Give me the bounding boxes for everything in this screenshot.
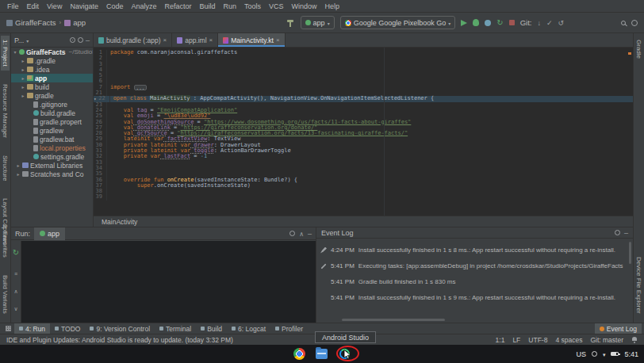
code-line[interactable]: 32 private var lastFact = -1 [94,154,633,159]
menu-item[interactable]: Tools [240,2,265,10]
tree-item[interactable]: ▾ GiraffeFacts ~/StudioProjects/Gira [11,48,93,56]
code-line[interactable]: 39 [94,194,633,200]
run-options-gear-icon[interactable] [289,231,295,236]
collapse-icon[interactable] [299,230,304,238]
tree-chevron-icon[interactable]: ▸ [16,162,21,168]
scroll-up-icon[interactable] [13,282,17,296]
hide-panel-icon[interactable] [308,230,312,238]
tree-item[interactable]: ▸ .gradle [11,56,93,65]
project-panel-title[interactable]: P... [14,36,24,44]
tool-window-button[interactable]: Resource Manager [1,80,10,142]
scroll-down-icon[interactable] [13,300,17,314]
menu-item[interactable]: Analyze [127,2,160,10]
tool-window-button[interactable]: Gradle [634,36,643,63]
tool-window-button[interactable]: Build [196,323,227,334]
tool-window-button[interactable]: Event Log [595,323,642,334]
status-message[interactable]: IDE and Plugin Updates: Android Studio i… [6,336,233,344]
tree-item[interactable]: gradle.propert [11,117,93,126]
event-log-row[interactable]: 5:41 PM Install successfully finished in… [320,294,625,301]
menu-item[interactable]: Code [102,2,128,10]
tree-item[interactable]: gradlew.bat [11,135,93,143]
run-button[interactable] [461,20,467,26]
status-widget[interactable]: 1:1 [496,336,505,344]
code-line[interactable]: 38 [94,189,633,194]
horizontal-scrollbar[interactable] [342,319,445,321]
tray-chevron-icon[interactable] [603,350,606,358]
files-app-icon[interactable] [316,349,328,359]
tool-window-button[interactable]: Build Variants [1,271,10,318]
breadcrumb-class[interactable]: MainActivity [102,218,137,226]
code-line[interactable]: 37 super.onCreate(savedInstanceState) [94,183,633,189]
tree-item[interactable]: .gitignore [11,100,93,109]
tool-window-button[interactable]: TODO [50,323,85,334]
search-icon[interactable] [621,21,626,25]
tree-item[interactable]: ▸ External Libraries [11,161,93,170]
locate-file-icon[interactable] [70,37,75,43]
breadcrumb-project[interactable]: GiraffeFacts [6,18,56,27]
code-editor[interactable]: 1 package com.naranjaconsal.giraffefacts… [94,48,633,216]
code-line[interactable]: 2 [94,55,633,61]
tree-item[interactable]: local.properties [11,143,93,152]
tree-chevron-icon[interactable]: ▸ [21,84,25,90]
tool-window-button[interactable]: Device File Explorer [634,253,643,318]
close-tab-icon[interactable] [276,36,280,44]
hide-panel-icon[interactable] [624,229,628,237]
editor-tab[interactable]: MainActivity.kt [218,33,285,47]
settings-gear-icon[interactable] [631,20,638,26]
menu-item[interactable]: Navigate [66,2,102,10]
event-log-row[interactable]: 4:24 PM Install successfully finished in… [320,246,625,254]
tool-window-button[interactable]: Terminal [155,323,196,334]
tree-chevron-icon[interactable]: ▸ [21,58,25,63]
menu-item[interactable]: View [43,2,66,10]
tool-window-button[interactable]: Structure [1,151,10,185]
tree-chevron-icon[interactable]: ▸ [21,67,25,72]
tree-item[interactable]: settings.gradle [11,152,93,161]
code-line[interactable]: 34 [94,166,633,171]
chevron-down-icon[interactable] [26,36,29,44]
run-tab-app[interactable]: app [34,227,65,240]
code-line[interactable]: 22 open class MainActivity : AppCompatAc… [94,96,633,101]
tool-window-switcher-icon[interactable] [6,326,11,331]
apply-changes-icon[interactable] [496,18,503,27]
debug-button[interactable] [473,19,479,26]
git-revert-icon[interactable] [558,18,564,27]
status-widget[interactable]: 4 spaces [555,336,582,344]
tool-window-button[interactable]: 6: Logcat [227,323,270,334]
code-line[interactable]: 7 import ... [94,85,633,90]
menu-item[interactable]: Edit [23,2,44,10]
tree-item[interactable]: ▸ app [11,74,93,82]
tree-chevron-icon[interactable]: ▸ [16,171,21,177]
run-configuration-select[interactable]: app [301,16,335,29]
status-widget[interactable]: UTF-8 [528,336,547,344]
editor-tab[interactable]: app.iml [172,33,218,47]
device-select[interactable]: Google Google Pixelbook Go [340,16,456,29]
tool-window-button[interactable]: 2: Favorites [1,220,10,262]
android-studio-app-icon[interactable] [338,348,351,361]
breadcrumb-module[interactable]: app [64,18,86,27]
code-line[interactable]: 5 [94,73,633,78]
rerun-icon[interactable] [13,244,19,258]
tree-item[interactable]: ▸ gradle [11,91,93,100]
stop-button[interactable] [509,20,515,25]
status-widget[interactable]: Git: master [590,336,623,344]
keyboard-layout-indicator[interactable]: US [576,350,586,358]
tree-chevron-icon[interactable]: ▸ [21,75,25,81]
profile-button[interactable] [485,20,491,26]
notifications-bell-icon[interactable] [631,337,638,343]
tree-item[interactable]: ▸ .idea [11,65,93,74]
close-tab-icon[interactable] [163,36,167,44]
tool-window-button[interactable]: 1: Project [1,36,10,71]
menu-item[interactable]: Refactor [160,2,195,10]
tray-status-icon[interactable] [592,351,597,357]
run-console[interactable] [21,241,316,323]
menu-item[interactable]: File [3,2,23,10]
code-line[interactable]: 6 [94,78,633,84]
close-tab-icon[interactable] [209,36,213,44]
git-update-icon[interactable] [537,18,541,27]
code-line[interactable]: 3 [94,62,633,67]
menu-item[interactable]: Window [288,2,321,10]
list-icon[interactable] [14,265,17,279]
tree-item[interactable]: gradlew [11,126,93,135]
event-log-gear-icon[interactable] [615,230,620,235]
panel-options-gear-icon[interactable] [78,37,83,43]
